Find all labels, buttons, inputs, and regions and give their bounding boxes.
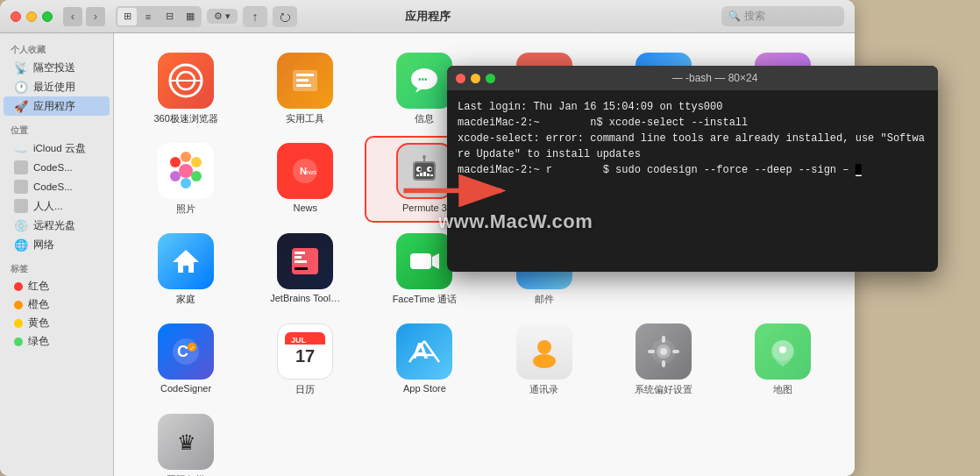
app-label-home: 家庭 [176, 293, 195, 306]
app-icon-sysprefs [636, 323, 692, 380]
sidebar-item-red[interactable]: 红色 [4, 277, 110, 295]
app-item-home[interactable]: 家庭 [128, 228, 244, 311]
svg-point-23 [170, 171, 181, 181]
terminal-title: — -bash — 80×24 [501, 72, 929, 84]
network-icon: 🌐 [14, 238, 28, 252]
app-item-contacts[interactable]: 通讯录 [486, 318, 602, 401]
app-icon-maps [755, 323, 811, 380]
airdrop-icon: 📡 [14, 60, 28, 75]
traffic-lights [11, 11, 53, 22]
app-icon-contacts [516, 323, 572, 380]
minimize-button[interactable] [26, 11, 37, 22]
sidebar-item-orange[interactable]: 橙色 [4, 295, 110, 314]
app-icon-photos [158, 143, 214, 199]
tags-section-header: 标签 [0, 259, 113, 277]
codes2-icon [14, 180, 28, 194]
app-item-appstore[interactable]: A App Store [366, 318, 482, 401]
watermark: www.MacW.com [438, 210, 593, 233]
sidebar-item-orange-label: 橙色 [28, 298, 49, 311]
terminal-line-2: macdeiMac-2:~ n$ xcode-select --install [458, 115, 927, 131]
svg-rect-53 [295, 256, 302, 259]
sidebar-item-recents[interactable]: 🕐 最近使用 [4, 77, 110, 96]
app-label-facetime: FaceTime 通话 [393, 293, 458, 306]
sidebar-item-codes2[interactable]: CodeS... [4, 177, 110, 196]
recents-icon: 🕐 [14, 80, 28, 94]
sidebar: 个人收藏 📡 隔空投送 🕐 最近使用 🚀 应用程序 位置 ☁️ iCloud 云… [0, 33, 114, 476]
gallery-view-button[interactable]: ▦ [181, 8, 200, 25]
column-view-button[interactable]: ⊟ [160, 8, 179, 25]
forward-button[interactable]: › [86, 7, 105, 26]
app-label-news: News [293, 202, 317, 213]
terminal-titlebar: — -bash — 80×24 [447, 66, 938, 90]
app-label-mail: 邮件 [535, 293, 554, 306]
share-button[interactable]: ↑ [243, 6, 267, 27]
app-label-photos: 照片 [176, 202, 195, 216]
app-label-jetbrains: JetBrains Toolbox [270, 293, 340, 303]
svg-marker-56 [432, 253, 439, 269]
app-label-calendar: 日历 [295, 383, 315, 396]
app-item-sysprefs[interactable]: 系统偏好设置 [606, 318, 721, 401]
green-tag-dot [14, 337, 23, 346]
svg-point-40 [423, 155, 426, 159]
maximize-button[interactable] [42, 11, 53, 22]
app-item-tools[interactable]: 实用工具 [247, 47, 363, 131]
sidebar-item-green[interactable]: 绿色 [4, 332, 110, 351]
app-item-photos[interactable]: 照片 [128, 138, 244, 221]
terminal-maximize-button[interactable] [486, 74, 495, 83]
svg-text:ews: ews [304, 168, 316, 176]
arrange-button[interactable]: ⚙ ▾ [207, 9, 238, 24]
sidebar-item-remote[interactable]: 💿 远程光盘 [4, 216, 110, 235]
app-label-messages: 信息 [415, 112, 434, 125]
svg-point-19 [181, 152, 191, 162]
app-label-tools: 实用工具 [286, 112, 324, 125]
svg-point-71 [537, 340, 551, 354]
people-icon [14, 199, 28, 213]
terminal-body[interactable]: Last login: Thu Jan 16 15:04:09 on ttys0… [447, 90, 938, 272]
sidebar-item-network[interactable]: 🌐 网络 [4, 235, 110, 254]
list-view-button[interactable]: ≡ [138, 8, 158, 25]
terminal-close-button[interactable] [456, 74, 465, 83]
search-box[interactable]: 🔍 搜索 [721, 6, 844, 26]
icloud-icon: ☁️ [14, 141, 28, 155]
sidebar-item-people[interactable]: 人人... [4, 196, 110, 216]
arrange-icon: ⚙ [214, 11, 223, 22]
app-item-codesigner[interactable]: C ✓ CodeSigner [128, 318, 244, 401]
sidebar-item-red-label: 红色 [28, 280, 49, 293]
svg-point-75 [660, 348, 667, 355]
svg-text:A: A [412, 337, 429, 364]
app-item-jetbrains[interactable]: JetBrains Toolbox [247, 228, 363, 311]
app-item-maps[interactable]: 地图 [725, 318, 841, 401]
svg-point-21 [191, 171, 202, 181]
svg-point-20 [191, 157, 202, 167]
app-label-codesigner: CodeSigner [160, 383, 211, 394]
red-arrow [399, 171, 513, 210]
sidebar-item-yellow[interactable]: 黄色 [4, 314, 110, 332]
svg-rect-52 [295, 252, 305, 254]
svg-rect-76 [662, 336, 665, 343]
app-item-360browser[interactable]: 360极速浏览器 [128, 47, 244, 131]
svg-text:17: 17 [295, 346, 315, 366]
nav-buttons: ‹ › [63, 7, 105, 26]
app-icon-news: News [277, 143, 333, 199]
svg-point-18 [179, 164, 193, 178]
terminal-line-3: xcode-select: error: command line tools … [458, 131, 927, 162]
close-button[interactable] [11, 11, 21, 22]
sidebar-item-apps[interactable]: 🚀 应用程序 [4, 96, 110, 116]
icon-view-button[interactable]: ⊞ [117, 8, 137, 25]
titlebar: ‹ › ⊞ ≡ ⊟ ▦ ⚙ ▾ ↑ ⭮ 应用程序 🔍 搜索 [0, 0, 855, 33]
sidebar-item-icloud[interactable]: ☁️ iCloud 云盘 [4, 139, 110, 158]
sidebar-item-apps-label: 应用程序 [33, 100, 75, 113]
app-item-calendar[interactable]: JUL 17 日历 [247, 318, 363, 401]
app-item-news[interactable]: News News [247, 138, 363, 221]
terminal-line-1: Last login: Thu Jan 16 15:04:09 on ttys0… [458, 99, 927, 115]
action-button[interactable]: ⭮ [273, 6, 297, 27]
sidebar-item-airdrop[interactable]: 📡 隔空投送 [4, 58, 110, 77]
location-section-header: 位置 [0, 121, 113, 139]
app-item-chess[interactable]: ♛ 国际象棋 [128, 409, 244, 476]
sidebar-item-codes1[interactable]: CodeS... [4, 158, 110, 177]
back-button[interactable]: ‹ [63, 7, 82, 26]
terminal-minimize-button[interactable] [471, 74, 480, 83]
svg-rect-55 [410, 253, 431, 269]
svg-point-22 [181, 178, 191, 188]
svg-rect-5 [296, 79, 309, 82]
